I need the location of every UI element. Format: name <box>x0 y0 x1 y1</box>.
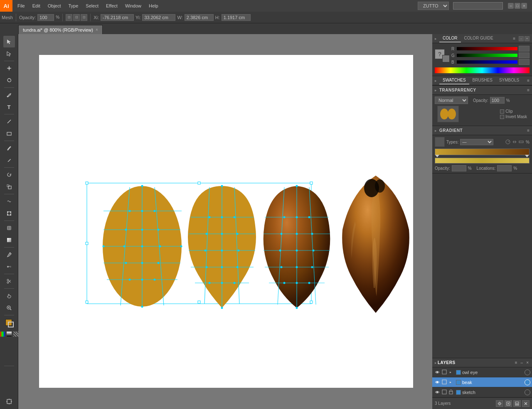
eyedropper-tool-btn[interactable] <box>3 249 15 260</box>
canvas-svg[interactable] <box>39 55 413 388</box>
color-mode-btn[interactable] <box>0 331 5 337</box>
swatches-panel-header[interactable]: ▸ SWATCHES BRUSHES SYMBOLS ≡ <box>432 76 532 85</box>
minimize-button[interactable]: – <box>508 3 514 9</box>
opacity-input[interactable] <box>490 97 505 104</box>
menu-edit[interactable]: Edit <box>29 2 44 10</box>
b-slider[interactable] <box>457 60 517 64</box>
restore-button[interactable]: □ <box>515 3 520 9</box>
menu-help[interactable]: Help <box>145 2 162 10</box>
clip-checkbox[interactable] <box>500 109 504 114</box>
pencil-tool-btn[interactable] <box>3 154 15 166</box>
align-btn-2[interactable]: ⊡ <box>73 14 80 21</box>
scissors-tool-btn[interactable] <box>3 275 15 287</box>
layer-row-owl-eye[interactable]: owl eye <box>432 367 532 377</box>
swatches-tab[interactable]: SWATCHES <box>439 77 469 84</box>
layer-row-sketch[interactable]: sketch <box>432 387 532 397</box>
invert-mask-checkbox[interactable] <box>500 115 504 119</box>
layer-visibility-btn-2[interactable] <box>434 379 441 386</box>
fill-stroke-swatches[interactable] <box>3 317 15 329</box>
g-slider[interactable] <box>457 54 517 57</box>
swatches-menu-icon[interactable]: ≡ <box>527 78 530 83</box>
type-tool-btn[interactable]: T <box>3 101 15 113</box>
color-spectrum-bar[interactable] <box>435 67 530 73</box>
pen-tool-btn[interactable] <box>3 89 15 101</box>
blend-tool-btn[interactable] <box>3 261 15 273</box>
gradient-stop-left[interactable] <box>435 155 439 157</box>
handle-tl[interactable] <box>86 182 88 184</box>
handle-tr[interactable] <box>310 182 313 184</box>
canvas-area[interactable] <box>18 34 432 409</box>
close-button[interactable]: × <box>521 3 527 9</box>
artboard[interactable] <box>39 55 413 388</box>
color-swatch-container[interactable]: ? <box>435 49 450 62</box>
gradient-tool-btn[interactable] <box>3 234 15 246</box>
handle-ml[interactable] <box>86 242 88 245</box>
move-to-new-layer-btn[interactable] <box>513 400 521 407</box>
rotate-tool-btn[interactable] <box>3 169 15 181</box>
layer-visibility-btn-1[interactable] <box>434 369 441 376</box>
panel-menu-icon[interactable]: ≡ <box>513 36 515 41</box>
r-slider[interactable] <box>457 47 517 50</box>
gradient-mode-btn[interactable] <box>6 331 12 337</box>
layers-panel-menu[interactable]: ≡ <box>514 360 518 365</box>
panel-minimize[interactable]: – <box>519 36 524 41</box>
panel-close[interactable]: × <box>525 36 530 41</box>
layer-target-2[interactable] <box>525 379 530 385</box>
paintbrush-tool-btn[interactable] <box>3 142 15 154</box>
menu-type[interactable]: Type <box>65 2 82 10</box>
rectangle-tool-btn[interactable] <box>3 128 15 139</box>
opacity-input[interactable] <box>37 14 54 21</box>
handle-br[interactable] <box>310 301 313 303</box>
workspace-selector[interactable]: ZUTTO <box>418 2 449 10</box>
handle-bl[interactable] <box>86 301 88 303</box>
locate-layer-btn[interactable] <box>496 400 503 407</box>
stroke-swatch-display[interactable] <box>442 55 450 62</box>
w-input[interactable] <box>185 14 214 21</box>
gradient-opacity-input[interactable] <box>452 165 466 171</box>
gradient-type-select[interactable]: — Linear Radial <box>460 139 493 145</box>
menu-select[interactable]: Select <box>82 2 102 10</box>
layer-target-1[interactable] <box>525 369 530 375</box>
align-btn-3[interactable]: ⊡ <box>81 14 87 21</box>
x-input[interactable] <box>101 14 134 21</box>
layers-panel-close[interactable]: × <box>525 360 530 365</box>
tab-close-button[interactable]: × <box>96 27 98 32</box>
document-tab[interactable]: tundra.ai* @ 800% (RGB/Preview) × <box>18 25 103 34</box>
b-value[interactable] <box>519 59 530 65</box>
layer-expand-btn-1[interactable] <box>449 370 455 375</box>
lasso-tool-btn[interactable] <box>3 74 15 86</box>
color-tab[interactable]: COLOR <box>439 35 461 42</box>
layer-target-3[interactable] <box>525 389 530 395</box>
delete-layer-btn[interactable] <box>522 400 530 407</box>
layers-panel-minimize[interactable]: – <box>520 360 524 365</box>
color-panel-header[interactable]: ▸ COLOR COLOR GUIDE ≡ – × <box>432 34 532 43</box>
menu-object[interactable]: Object <box>44 2 64 10</box>
color-guide-tab[interactable]: COLOR GUIDE <box>461 35 497 42</box>
menu-file[interactable]: File <box>14 2 28 10</box>
gradient-yellow-bar[interactable] <box>435 158 530 164</box>
blend-mode-select[interactable]: Normal <box>435 97 468 104</box>
handle-bm[interactable] <box>198 301 200 303</box>
direct-selection-tool-btn[interactable] <box>3 48 15 59</box>
line-tool-btn[interactable] <box>3 116 15 127</box>
gradient-location-input[interactable] <box>497 165 512 171</box>
align-btn-1[interactable]: ⊡ <box>66 14 72 21</box>
layer-expand-btn-2[interactable] <box>449 380 455 385</box>
mesh-tool-btn[interactable] <box>3 222 15 234</box>
none-mode-btn[interactable] <box>13 331 19 337</box>
warp-tool-btn[interactable] <box>3 196 15 207</box>
gradient-menu-icon[interactable]: ≡ <box>527 128 530 133</box>
handle-tm[interactable] <box>198 182 200 184</box>
brushes-tab[interactable]: BRUSHES <box>469 77 496 84</box>
search-input[interactable] <box>453 2 503 10</box>
free-transform-tool-btn[interactable] <box>3 208 15 219</box>
symbols-tab[interactable]: SYMBOLS <box>496 77 522 84</box>
layer-row-beak[interactable]: beak <box>432 377 532 387</box>
transparency-panel-header[interactable]: ▸ TRANSPARENCY ≡ <box>432 86 532 95</box>
menu-effect[interactable]: Effect <box>103 2 121 10</box>
artboard-tool-btn[interactable] <box>3 396 15 407</box>
scale-tool-btn[interactable] <box>3 181 15 193</box>
g-value[interactable] <box>519 52 530 58</box>
magic-wand-tool-btn[interactable] <box>3 62 15 74</box>
hand-tool-btn[interactable] <box>3 290 15 302</box>
